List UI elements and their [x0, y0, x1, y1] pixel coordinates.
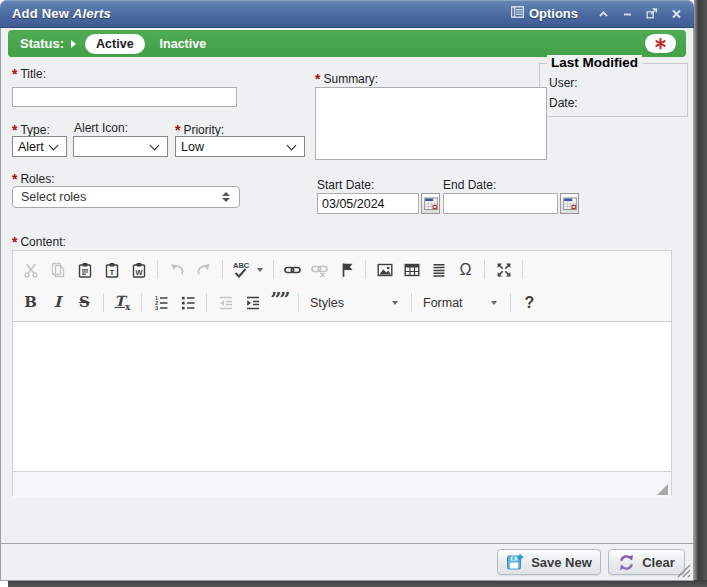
- last-modified-user: User:: [549, 76, 687, 90]
- editor-content-area[interactable]: [13, 321, 671, 471]
- dialog-resize-grip[interactable]: [676, 563, 691, 578]
- popout-button[interactable]: [646, 8, 658, 19]
- chevron-down-icon: [287, 140, 297, 150]
- title-input[interactable]: [12, 87, 237, 107]
- status-arrow-icon: [71, 40, 76, 48]
- undo-icon: [169, 262, 185, 278]
- omega-icon: Ω: [460, 262, 472, 278]
- roles-multiselect[interactable]: Select roles: [12, 186, 240, 208]
- roles-label: *Roles:: [12, 170, 54, 186]
- unlink-button[interactable]: [306, 256, 333, 283]
- last-modified-fieldset: Last Modified User: Date:: [539, 63, 688, 117]
- priority-select[interactable]: Low: [175, 136, 305, 157]
- chevron-down-icon: [49, 140, 59, 150]
- italic-button[interactable]: I: [44, 289, 71, 316]
- dialog-titlebar: Add New Alerts Options: [0, 0, 694, 28]
- chevron-down-icon: [150, 140, 160, 150]
- paste-button[interactable]: [71, 256, 98, 283]
- background-page-edge-bottom: [8, 580, 707, 587]
- help-button[interactable]: ?: [516, 289, 543, 316]
- title-label: *Title:: [12, 65, 46, 81]
- svg-text:3: 3: [155, 305, 158, 311]
- required-indicator-button[interactable]: [645, 34, 676, 53]
- redo-button[interactable]: [190, 256, 217, 283]
- alert-icon-select[interactable]: [73, 136, 168, 157]
- undo-button[interactable]: [163, 256, 190, 283]
- decrease-indent-button[interactable]: [212, 289, 239, 316]
- options-list-icon: [511, 6, 524, 21]
- background-page-edge-right: [694, 0, 707, 587]
- type-label: *Type:: [12, 121, 50, 137]
- minimize-button[interactable]: [622, 9, 633, 19]
- unlink-icon: [311, 262, 328, 278]
- status-bar: Status: Active Inactive: [8, 30, 686, 57]
- table-icon: [404, 262, 420, 278]
- paste-icon: [77, 262, 93, 278]
- increase-indent-button[interactable]: [239, 289, 266, 316]
- cut-button[interactable]: [17, 256, 44, 283]
- bulleted-list-icon: [180, 295, 196, 311]
- bulleted-list-button[interactable]: [174, 289, 201, 316]
- question-mark-icon: ?: [525, 295, 535, 311]
- table-button[interactable]: [398, 256, 425, 283]
- numbered-list-button[interactable]: 123: [147, 289, 174, 316]
- add-new-alerts-dialog: Add New Alerts Options Status: Active In…: [0, 0, 694, 581]
- quote-icon: ””: [271, 290, 289, 309]
- status-label: Status:: [20, 36, 64, 51]
- paste-word-icon: W: [131, 262, 147, 278]
- footer-divider: [0, 543, 694, 544]
- start-date-calendar-button[interactable]: [421, 193, 440, 214]
- paste-from-word-button[interactable]: W: [125, 256, 152, 283]
- image-button[interactable]: [371, 256, 398, 283]
- clear-button[interactable]: Clear: [608, 549, 685, 575]
- summary-textarea[interactable]: [315, 87, 547, 160]
- remove-format-button[interactable]: Tx: [109, 289, 136, 316]
- type-select[interactable]: Alert: [12, 136, 67, 157]
- horizontal-line-button[interactable]: [425, 256, 452, 283]
- editor-bottom-bar: [13, 471, 671, 498]
- dialog-title: Add New Alerts: [12, 6, 111, 21]
- rich-text-editor: T W ABC: [12, 250, 672, 496]
- options-button[interactable]: Options: [511, 6, 578, 21]
- save-plus-icon: [506, 553, 524, 571]
- paste-plain-text-button[interactable]: T: [98, 256, 125, 283]
- collapse-button[interactable]: [598, 9, 609, 19]
- end-date-calendar-button[interactable]: [560, 193, 579, 214]
- start-date-label: Start Date:: [317, 178, 374, 192]
- alert-icon-label: Alert Icon:: [74, 121, 128, 135]
- start-date-input[interactable]: [317, 193, 419, 214]
- copy-button[interactable]: [44, 256, 71, 283]
- dropdown-caret-icon: [392, 301, 398, 305]
- bold-button[interactable]: B: [17, 289, 44, 316]
- tab-inactive[interactable]: Inactive: [160, 37, 207, 51]
- dropdown-caret-icon: [491, 301, 497, 305]
- close-button[interactable]: [671, 9, 682, 19]
- tab-active[interactable]: Active: [85, 34, 145, 54]
- summary-label: *Summary:: [315, 70, 378, 86]
- special-character-button[interactable]: Ω: [452, 256, 479, 283]
- flag-icon: [340, 262, 354, 278]
- block-quote-button[interactable]: ””: [266, 289, 293, 316]
- image-icon: [377, 262, 393, 278]
- link-button[interactable]: [279, 256, 306, 283]
- strikethrough-button[interactable]: S: [71, 289, 98, 316]
- last-modified-date: Date:: [549, 96, 687, 110]
- end-date-input[interactable]: [443, 193, 558, 214]
- end-date-label: End Date:: [443, 178, 496, 192]
- copy-icon: [50, 262, 66, 278]
- spell-check-button[interactable]: ABC: [228, 256, 268, 283]
- format-combo[interactable]: Format: [417, 290, 505, 315]
- spellcheck-abc-icon: ABC: [233, 261, 255, 279]
- refresh-icon: [618, 554, 635, 571]
- priority-label: *Priority:: [175, 121, 224, 137]
- anchor-flag-button[interactable]: [333, 256, 360, 283]
- horizontal-line-icon: [431, 262, 447, 278]
- maximize-button[interactable]: [490, 256, 517, 283]
- editor-resize-handle[interactable]: [657, 484, 668, 495]
- remove-format-icon: Tx: [115, 293, 131, 312]
- calendar-icon: [424, 196, 438, 211]
- styles-combo[interactable]: Styles: [304, 290, 406, 315]
- strikethrough-icon: S: [79, 295, 90, 310]
- save-new-button[interactable]: Save New: [497, 549, 601, 575]
- cut-icon: [23, 262, 39, 278]
